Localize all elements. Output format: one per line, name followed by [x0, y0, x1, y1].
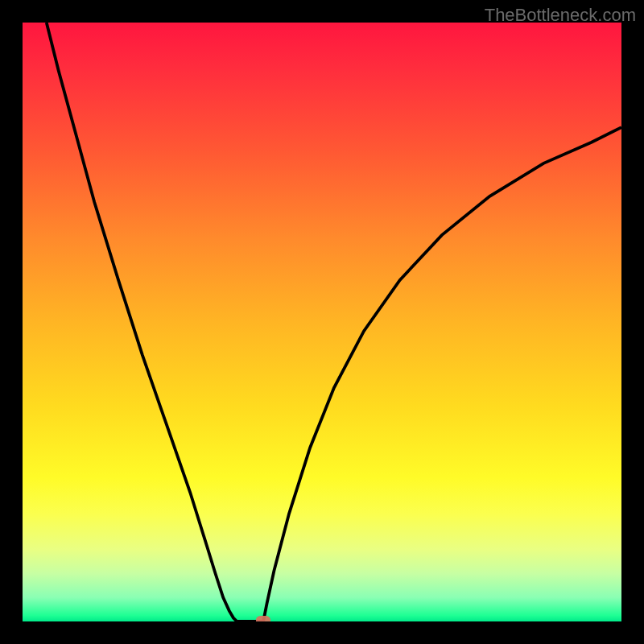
curve-left-branch	[47, 23, 237, 621]
optimum-marker	[256, 616, 270, 622]
watermark: TheBottleneck.com	[485, 5, 636, 26]
bottleneck-curve	[23, 23, 621, 621]
plot-area	[23, 23, 621, 621]
curve-right-branch	[263, 127, 621, 621]
chart-frame	[0, 0, 644, 644]
